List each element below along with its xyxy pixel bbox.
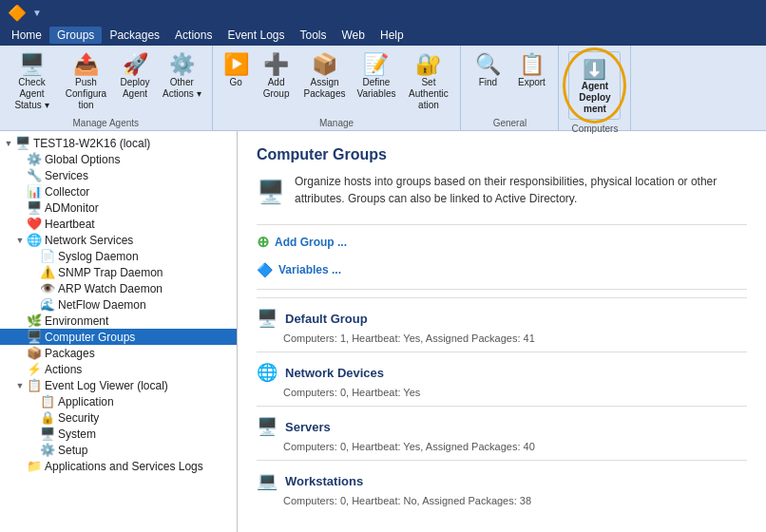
- assign-packages-button[interactable]: 📦 AssignPackages: [299, 49, 351, 103]
- general-group-label: General: [467, 116, 552, 128]
- network-devices-details: Computers: 0, Heartbeat: Yes: [283, 387, 747, 398]
- menu-tools[interactable]: Tools: [292, 27, 334, 44]
- menu-help[interactable]: Help: [373, 27, 412, 44]
- tree-node-netflow[interactable]: 🌊 NetFlow Daemon: [0, 296, 237, 313]
- tree-node-snmp[interactable]: ⚠️ SNMP Trap Daemon: [0, 264, 237, 280]
- collector-label: Collector: [45, 185, 89, 199]
- default-group-name[interactable]: Default Group: [285, 312, 368, 326]
- assign-packages-label: AssignPackages: [304, 77, 346, 100]
- tree-panel: ▼ 🖥️ TEST18-W2K16 (local) ⚙️ Global Opti…: [0, 131, 238, 532]
- push-configuration-label: PushConfiguration: [65, 77, 107, 111]
- snmp-label: SNMP Trap Daemon: [58, 266, 163, 279]
- variables-link[interactable]: 🔷 Variables ...: [257, 262, 747, 277]
- network-services-icon: 🌐: [27, 233, 42, 247]
- workstations-details: Computers: 0, Heartbeat: No, Assigned Pa…: [283, 495, 747, 506]
- application-label: Application: [58, 395, 114, 408]
- tree-node-arpwatch[interactable]: 👁️ ARP Watch Daemon: [0, 280, 237, 296]
- tree-node-collector[interactable]: 📊 Collector: [0, 183, 237, 200]
- tree-node-application[interactable]: 📋 Application: [0, 393, 237, 409]
- check-agent-status-button[interactable]: 🖥️ Check AgentStatus ▾: [6, 49, 58, 114]
- set-authentication-icon: 🔐: [415, 54, 441, 75]
- workstations-icon: 💻: [257, 470, 278, 491]
- tree-node-admonitor[interactable]: 🖥️ ADMonitor: [0, 200, 237, 216]
- netflow-expand: [29, 300, 38, 310]
- menu-groups[interactable]: Groups: [49, 27, 102, 44]
- packages-icon: 📦: [27, 346, 42, 360]
- variables-icon: 🔷: [257, 262, 273, 277]
- tree-node-app-services-logs[interactable]: 📁 Applications and Services Logs: [0, 458, 237, 474]
- heartbeat-expand: [15, 219, 25, 229]
- menu-actions[interactable]: Actions: [167, 27, 220, 44]
- tree-node-services[interactable]: 🔧 Services: [0, 167, 237, 183]
- tree-node-network-services[interactable]: ▼ 🌐 Network Services: [0, 232, 237, 248]
- heartbeat-icon: ❤️: [27, 217, 42, 231]
- netflow-icon: 🌊: [40, 297, 55, 312]
- other-actions-button[interactable]: ⚙️ OtherActions ▾: [158, 49, 206, 103]
- title-bar-arrow: ▼: [32, 8, 42, 18]
- define-variables-button[interactable]: 📝 DefineVariables: [353, 49, 401, 103]
- title-bar: 🔶 ▼: [0, 0, 766, 25]
- go-icon: ▶️: [223, 54, 249, 75]
- tree-node-syslog[interactable]: 📄 Syslog Daemon: [0, 248, 237, 264]
- add-group-button[interactable]: ➕ AddGroup: [256, 49, 297, 103]
- tree-node-actions[interactable]: ⚡ Actions: [0, 361, 237, 377]
- tree-node-computer-groups[interactable]: 🖥️ Computer Groups: [0, 329, 237, 345]
- menu-home[interactable]: Home: [4, 27, 49, 44]
- setup-expand: [29, 446, 38, 455]
- root-expand-icon: ▼: [4, 139, 13, 148]
- push-configuration-button[interactable]: 📤 PushConfiguration: [60, 49, 112, 114]
- tree-node-environment[interactable]: 🌿 Environment: [0, 313, 237, 329]
- ribbon-group-manage-agents: 🖥️ Check AgentStatus ▾ 📤 PushConfigurati…: [0, 46, 213, 130]
- deploy-agent-button[interactable]: 🚀 DeployAgent: [114, 49, 156, 103]
- arpwatch-label: ARP Watch Daemon: [58, 282, 163, 295]
- tree-root[interactable]: ▼ 🖥️ TEST18-W2K16 (local): [0, 135, 237, 151]
- tree-node-system[interactable]: 🖥️ System: [0, 426, 237, 442]
- menu-packages[interactable]: Packages: [102, 27, 167, 44]
- network-services-label: Network Services: [45, 234, 133, 247]
- set-authentication-button[interactable]: 🔐 SetAuthentication: [402, 49, 454, 114]
- tree-node-global-options[interactable]: ⚙️ Global Options: [0, 151, 237, 167]
- export-icon: 📋: [519, 54, 545, 75]
- network-devices-icon: 🌐: [257, 362, 278, 383]
- computer-groups-icon: 🖥️: [27, 330, 42, 344]
- tree-node-security[interactable]: 🔒 Security: [0, 409, 237, 426]
- arpwatch-expand: [29, 284, 38, 294]
- menu-web[interactable]: Web: [335, 27, 373, 44]
- manage-group-label: Manage: [219, 116, 455, 128]
- environment-icon: 🌿: [27, 314, 42, 328]
- tree-node-setup[interactable]: ⚙️ Setup: [0, 442, 237, 458]
- description-icon: 🖥️: [257, 175, 285, 209]
- workstations-name[interactable]: Workstations: [285, 474, 363, 488]
- ribbon-group-computers: ⬇️ AgentDeployment Computers: [559, 46, 631, 130]
- variables-link-label: Variables ...: [278, 263, 341, 276]
- find-label: Find: [479, 77, 497, 88]
- agent-deployment-button[interactable]: ⬇️ AgentDeployment: [568, 51, 621, 120]
- ribbon: 🖥️ Check AgentStatus ▾ 📤 PushConfigurati…: [0, 46, 766, 131]
- network-devices-header: 🌐 Network Devices: [257, 362, 747, 383]
- application-icon: 📋: [40, 394, 55, 408]
- computer-groups-label: Computer Groups: [45, 331, 135, 344]
- servers-header: 🖥️ Servers: [257, 416, 747, 437]
- go-label: Go: [229, 77, 241, 88]
- network-devices-name[interactable]: Network Devices: [285, 366, 384, 380]
- go-button[interactable]: ▶️ Go: [219, 49, 254, 91]
- tree-node-heartbeat[interactable]: ❤️ Heartbeat: [0, 216, 237, 232]
- tree-node-event-log[interactable]: ▼ 📋 Event Log Viewer (local): [0, 377, 237, 393]
- setup-icon: ⚙️: [40, 443, 55, 457]
- app-services-icon: 📁: [27, 459, 42, 473]
- event-log-icon: 📋: [27, 378, 42, 392]
- menu-eventlogs[interactable]: Event Logs: [220, 27, 292, 44]
- export-button[interactable]: 📋 Export: [510, 49, 552, 91]
- group-item-workstations: 💻 Workstations Computers: 0, Heartbeat: …: [257, 460, 747, 514]
- check-agent-status-icon: 🖥️: [19, 54, 45, 75]
- system-icon: 🖥️: [40, 427, 55, 441]
- services-label: Services: [45, 169, 88, 182]
- workstations-header: 💻 Workstations: [257, 470, 747, 491]
- general-buttons: 🔍 Find 📋 Export: [467, 49, 552, 116]
- find-button[interactable]: 🔍 Find: [467, 49, 508, 91]
- tree-node-packages[interactable]: 📦 Packages: [0, 345, 237, 361]
- servers-name[interactable]: Servers: [285, 420, 331, 434]
- add-group-link[interactable]: ⊕ Add Group ...: [257, 233, 747, 251]
- manage-agents-group-label: Manage Agents: [6, 116, 206, 128]
- admonitor-icon: 🖥️: [27, 200, 42, 215]
